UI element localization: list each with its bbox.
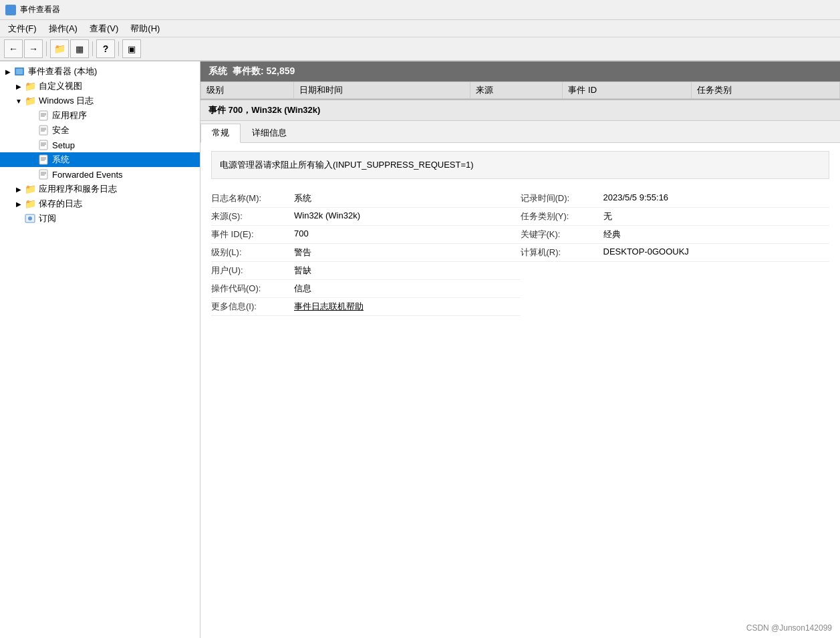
system-log-icon [37, 154, 49, 166]
right-panel: 系统 事件数: 52,859 级别 日期和时间 来源 事件 ID 任务类别 [200, 61, 840, 638]
grid-icon: ▦ [76, 44, 84, 54]
customview-expand-icon: ▶ [13, 81, 24, 92]
folder-icon: 📁 [54, 43, 65, 54]
forwarded-expand-icon [27, 169, 37, 180]
sidebar-item-subscribe[interactable]: 订阅 [0, 211, 200, 226]
event-table: 级别 日期和时间 来源 事件 ID 任务类别 [200, 82, 840, 99]
folder-button[interactable]: 📁 [50, 39, 69, 58]
winlogs-folder-icon: 📁 [24, 95, 36, 107]
sidebar-item-customview-label: 自定义视图 [39, 80, 82, 92]
winlogs-expand-icon: ▼ [13, 96, 24, 106]
sidebar-item-system[interactable]: 系统 [0, 152, 200, 167]
monitor-button[interactable]: ▣ [122, 39, 141, 58]
appservicelog-folder-icon: 📁 [24, 183, 36, 195]
col-taskcategory: 任务类别 [691, 82, 839, 99]
tab-general[interactable]: 常规 [200, 124, 241, 143]
field-opcode-label: 操作代码(O): [211, 283, 291, 295]
field-opcode: 操作代码(O): 信息 [211, 280, 521, 298]
title-bar-label: 事件查看器 [20, 4, 60, 15]
field-user: 用户(U): 暂缺 [211, 262, 521, 280]
svg-rect-10 [39, 140, 47, 150]
menu-action[interactable]: 操作(A) [43, 21, 83, 36]
field-opcode-value: 信息 [294, 283, 311, 295]
detail-fields-right: 记录时间(D): 2023/5/5 9:55:16 任务类别(Y): 无 关键字… [521, 190, 830, 316]
field-recorded-time-value: 2023/5/5 9:55:16 [603, 192, 669, 202]
back-icon: ← [9, 43, 18, 54]
field-recorded-time-label: 记录时间(D): [521, 192, 601, 204]
field-task-category-value: 无 [603, 210, 612, 222]
tab-details[interactable]: 详细信息 [241, 124, 298, 142]
field-user-value: 暂缺 [294, 265, 311, 277]
sidebar-item-appservicelog[interactable]: ▶ 📁 应用程序和服务日志 [0, 182, 200, 196]
sidebar-item-security[interactable]: 安全 [0, 123, 200, 138]
detail-panel: 事件 700，Win32k (Win32k) 常规 详细信息 电源管理器请求阻止… [200, 100, 840, 638]
forwarded-log-icon [37, 168, 49, 180]
subscribe-icon [24, 212, 36, 224]
customview-folder-icon: 📁 [24, 80, 36, 92]
sidebar-item-forwarded[interactable]: Forwarded Events [0, 167, 200, 182]
field-event-id: 事件 ID(E): 700 [211, 226, 521, 244]
grid-button[interactable]: ▦ [70, 39, 89, 58]
title-bar: 事件查看器 [0, 0, 840, 20]
menu-file[interactable]: 文件(F) [3, 21, 42, 36]
sidebar-item-subscribe-label: 订阅 [39, 212, 56, 224]
field-log-name: 日志名称(M): 系统 [211, 190, 521, 208]
sidebar-item-savedlog[interactable]: ▶ 📁 保存的日志 [0, 196, 200, 211]
security-log-icon [37, 124, 49, 136]
sidebar-item-root-label: 事件查看器 (本地) [28, 65, 97, 77]
col-datetime: 日期和时间 [293, 82, 470, 99]
field-keywords: 关键字(K): 经典 [521, 226, 830, 244]
watermark: CSDN @Junson142099 [746, 623, 832, 633]
field-level: 级别(L): 警告 [211, 244, 521, 262]
field-more-info-label: 更多信息(I): [211, 301, 291, 313]
sidebar: ▶ 事件查看器 (本地) ▶ 📁 自定义视图 ▼ 📁 Windows 日志 应用… [0, 61, 200, 638]
help-button[interactable]: ? [96, 39, 115, 58]
menu-help[interactable]: 帮助(H) [125, 21, 165, 36]
forward-button[interactable]: → [24, 39, 43, 58]
sidebar-item-setup[interactable]: Setup [0, 138, 200, 152]
back-button[interactable]: ← [4, 39, 23, 58]
sidebar-item-setup-label: Setup [52, 140, 75, 150]
toolbar-separator-2 [92, 41, 93, 56]
field-source-value: Win32k (Win32k) [294, 210, 360, 220]
field-computer-label: 计算机(R): [521, 247, 601, 259]
subscribe-expand-icon [13, 213, 24, 224]
detail-fields: 日志名称(M): 系统 来源(S): Win32k (Win32k) 事件 ID… [211, 190, 829, 316]
field-more-info-link[interactable]: 事件日志联机帮助 [294, 301, 364, 313]
sidebar-item-forwarded-label: Forwarded Events [52, 170, 123, 180]
field-keywords-value: 经典 [603, 228, 621, 241]
setup-log-icon [37, 139, 49, 151]
detail-fields-left: 日志名称(M): 系统 来源(S): Win32k (Win32k) 事件 ID… [211, 190, 521, 316]
svg-rect-2 [39, 111, 47, 120]
col-level: 级别 [201, 82, 294, 99]
main-layout: ▶ 事件查看器 (本地) ▶ 📁 自定义视图 ▼ 📁 Windows 日志 应用… [0, 61, 840, 638]
app-log-icon [37, 110, 49, 122]
sidebar-item-appservicelog-label: 应用程序和服务日志 [39, 183, 117, 195]
root-expand-icon: ▶ [3, 66, 13, 77]
forward-icon: → [29, 43, 38, 54]
sidebar-item-winlogs[interactable]: ▼ 📁 Windows 日志 [0, 94, 200, 108]
detail-title: 事件 700，Win32k (Win32k) [200, 100, 840, 121]
event-list-header: 系统 事件数: 52,859 [200, 61, 840, 82]
sidebar-item-security-label: 安全 [52, 124, 69, 136]
app-icon [5, 5, 16, 15]
event-count: 事件数: 52,859 [233, 65, 295, 77]
col-source: 来源 [470, 82, 563, 99]
field-event-id-label: 事件 ID(E): [211, 228, 291, 241]
sidebar-item-root[interactable]: ▶ 事件查看器 (本地) [0, 64, 200, 79]
savedlog-folder-icon: 📁 [24, 198, 36, 210]
menu-view[interactable]: 查看(V) [84, 21, 124, 36]
setup-expand-icon [27, 140, 37, 150]
field-recorded-time: 记录时间(D): 2023/5/5 9:55:16 [521, 190, 830, 208]
svg-rect-1 [16, 69, 23, 74]
monitor-icon: ▣ [128, 44, 136, 54]
sidebar-item-app[interactable]: 应用程序 [0, 108, 200, 123]
field-keywords-label: 关键字(K): [521, 228, 601, 241]
sidebar-item-app-label: 应用程序 [52, 110, 87, 122]
sidebar-item-customview[interactable]: ▶ 📁 自定义视图 [0, 79, 200, 94]
field-computer: 计算机(R): DESKTOP-0GOOUKJ [521, 244, 830, 262]
svg-rect-6 [39, 126, 47, 135]
system-expand-icon [27, 154, 37, 165]
security-expand-icon [27, 125, 37, 136]
detail-content: 电源管理器请求阻止所有输入(INPUT_SUPPRESS_REQUEST=1) … [200, 143, 840, 638]
